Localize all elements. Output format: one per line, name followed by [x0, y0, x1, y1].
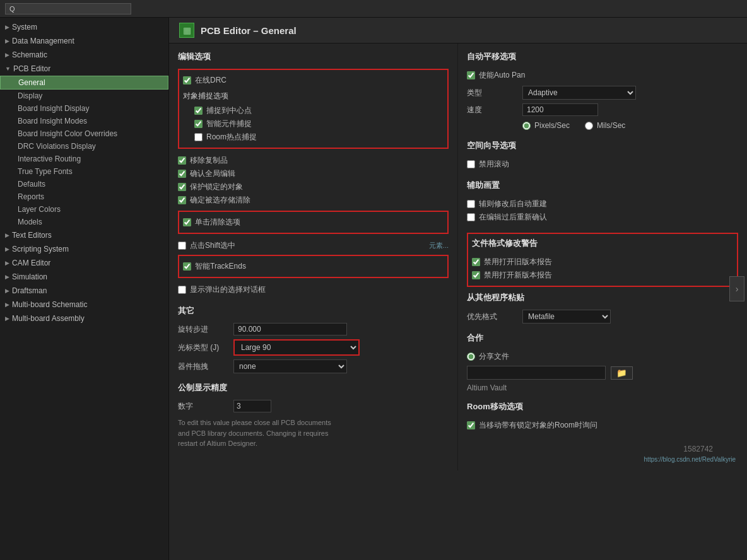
show-dialog-checkbox[interactable] [178, 286, 186, 294]
cursor-type-select[interactable]: Large 90 Small 90 Small 45 [233, 339, 360, 356]
smart-component-checkbox[interactable] [194, 120, 203, 128]
snap-center-label: 捕捉到中心点 [206, 105, 252, 116]
units-title: 公制显示精度 [178, 382, 449, 395]
search-input[interactable] [5, 3, 131, 15]
paste-title: 从其他程序粘贴 [467, 292, 738, 305]
page-title: PCB Editor – General [201, 25, 297, 36]
sidebar-item-system[interactable]: ▶ System [0, 20, 168, 34]
rotation-step-label: 旋转步进 [178, 324, 228, 335]
sidebar-item-scripting-system[interactable]: ▶ Scripting System [0, 242, 168, 256]
single-click-checkbox[interactable] [183, 218, 191, 226]
placeholder-link[interactable]: 元素... [429, 241, 449, 250]
sidebar-item-models[interactable]: Models [0, 216, 168, 228]
sidebar-item-multi-board-schematic[interactable]: ▶ Multi-board Schematic [0, 298, 168, 312]
type-label: 类型 [467, 88, 517, 98]
sidebar-item-board-insight-display[interactable]: Board Insight Display [0, 102, 168, 115]
csdn-link: https://blog.csdn.net/RedValkyrie [467, 456, 738, 463]
sidebar-item-text-editors[interactable]: ▶ Text Editors [0, 228, 168, 242]
editing-options-section: 编辑选项 在线DRC 对象捕捉选项 捕捉到中心点 [178, 51, 449, 296]
mils-sec-radio[interactable] [585, 122, 593, 130]
arrow-icon: ▼ [5, 66, 11, 72]
remove-copy-row: 移除复制品 [178, 154, 449, 167]
sidebar-item-board-insight-modes[interactable]: Board Insight Modes [0, 115, 168, 127]
sidebar-item-drc-violations[interactable]: DRC Violations Display [0, 140, 168, 153]
smart-component-row: 智能元件捕捉 [194, 117, 444, 131]
smart-trackends-checkbox[interactable] [183, 262, 191, 271]
snap-center-checkbox[interactable] [194, 107, 203, 115]
move-with-room-checkbox[interactable] [467, 421, 475, 429]
priority-label: 优先格式 [467, 312, 517, 322]
digit-label: 数字 [178, 401, 228, 412]
enable-autopan-checkbox[interactable] [467, 71, 475, 79]
show-dialog-label: 显示弹出的选择对话框 [190, 284, 266, 295]
shift-click-label: 点击Shift选中 [190, 240, 235, 251]
component-drag-label: 器件拖拽 [178, 361, 228, 372]
arrow-icon: ▶ [5, 315, 9, 322]
other-section: 其它 旋转步进 光标类型 (J) Large 90 Small 90 Small… [178, 305, 449, 373]
single-click-box: 单击清除选项 [178, 211, 449, 234]
disable-scroll-label: 禁用滚动 [479, 159, 509, 170]
sidebar-item-data-management[interactable]: ▶ Data Management [0, 34, 168, 48]
confirm-clear-row: 确定被选存储清除 [178, 194, 449, 207]
file-format-title: 文件格式修改警告 [472, 238, 733, 250]
file-format-section: 文件格式修改警告 禁用打开旧版本报告 禁用打开新版本报告 [467, 233, 738, 287]
sidebar-item-multi-board-assembly[interactable]: ▶ Multi-board Assembly [0, 312, 168, 325]
speed-label: 速度 [467, 105, 517, 115]
confirm-clear-checkbox[interactable] [178, 196, 186, 204]
cursor-type-row: 光标类型 (J) Large 90 Small 90 Small 45 [178, 339, 449, 356]
online-drc-label: 在线DRC [195, 75, 226, 86]
auto-rebuild-checkbox[interactable] [467, 200, 475, 208]
top-bar [0, 0, 747, 18]
sidebar-item-true-type-fonts[interactable]: True Type Fonts [0, 165, 168, 178]
sidebar-item-interactive-routing[interactable]: Interactive Routing [0, 153, 168, 165]
watermark: 1582742 [467, 445, 738, 453]
disable-scroll-checkbox[interactable] [467, 160, 475, 168]
disable-old-label: 禁用打开旧版本报告 [484, 257, 552, 267]
content-area: ▦ PCB Editor – General 编辑选项 在线DRC [169, 18, 747, 560]
units-row: Pixels/Sec Mils/Sec [467, 120, 738, 131]
disable-old-checkbox[interactable] [472, 258, 480, 266]
shift-click-checkbox[interactable] [178, 242, 186, 250]
left-panel: 编辑选项 在线DRC 对象捕捉选项 捕捉到中心点 [169, 44, 458, 470]
room-hotspot-checkbox[interactable] [194, 133, 203, 141]
sidebar-item-draftsman[interactable]: ▶ Draftsman [0, 284, 168, 298]
arrow-icon: ▶ [5, 24, 9, 30]
recheck-checkbox[interactable] [467, 213, 475, 221]
sidebar-item-display[interactable]: Display [0, 90, 168, 102]
vault-input[interactable] [467, 366, 606, 380]
paste-section: 从其他程序粘贴 优先格式 Metafile Bitmap [467, 292, 738, 324]
show-dialog-row: 显示弹出的选择对话框 [178, 283, 449, 296]
sidebar-item-cam-editor[interactable]: ▶ CAM Editor [0, 256, 168, 270]
disable-old-row: 禁用打开旧版本报告 [472, 255, 733, 269]
component-drag-select[interactable]: none Connected Tracks [233, 359, 347, 373]
sidebar-item-simulation[interactable]: ▶ Simulation [0, 270, 168, 284]
digit-input[interactable] [233, 400, 271, 412]
pixels-sec-radio[interactable] [522, 122, 531, 130]
priority-select[interactable]: Metafile Bitmap [522, 310, 611, 324]
protect-locked-checkbox[interactable] [178, 183, 186, 191]
sidebar-item-pcb-editor[interactable]: ▼ PCB Editor [0, 62, 168, 76]
sidebar-item-board-insight-color[interactable]: Board Insight Color Overrides [0, 127, 168, 140]
room-move-title: Room移动选项 [467, 401, 738, 414]
arrow-icon: ▶ [5, 301, 9, 308]
disable-new-label: 禁用打开新版本报告 [484, 270, 552, 281]
remove-copy-checkbox[interactable] [178, 156, 186, 165]
online-drc-checkbox[interactable] [183, 76, 191, 85]
sidebar-item-reports[interactable]: Reports [0, 190, 168, 203]
speed-input[interactable] [522, 103, 598, 116]
disable-new-checkbox[interactable] [472, 271, 480, 279]
room-hotspot-row: Room热点捕捉 [194, 131, 444, 144]
assist-section: 辅助画置 辅则修改后自动重建 在编辑过后重新确认 [467, 180, 738, 224]
speed-row: 速度 [467, 103, 738, 116]
recheck-label: 在编辑过后重新确认 [479, 212, 547, 223]
type-select[interactable]: Adaptive Fixed Ballistic [522, 86, 636, 100]
sidebar-item-general[interactable]: General [0, 76, 168, 90]
rotation-step-input[interactable] [233, 323, 347, 335]
sidebar-item-layer-colors[interactable]: Layer Colors [0, 203, 168, 216]
vault-folder-button[interactable]: 📁 [611, 366, 633, 380]
sidebar-item-schematic[interactable]: ▶ Schematic [0, 48, 168, 62]
confirm-global-checkbox[interactable] [178, 170, 186, 178]
share-file-radio[interactable] [467, 353, 475, 361]
sidebar-item-defaults[interactable]: Defaults [0, 178, 168, 190]
scroll-right-button[interactable]: › [729, 276, 744, 301]
